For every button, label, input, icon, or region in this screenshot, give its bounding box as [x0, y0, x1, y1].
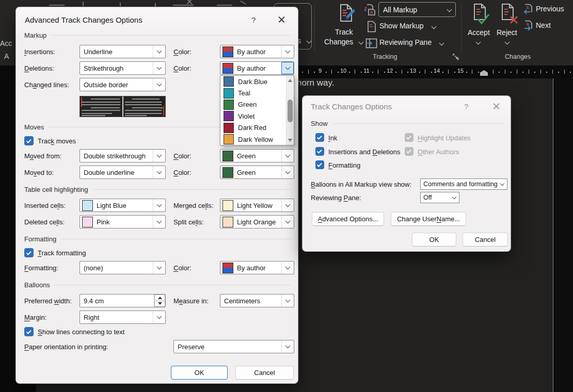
measure-in-select[interactable]: Centimeters — [220, 294, 294, 307]
chevron-down-icon[interactable] — [281, 295, 294, 307]
reviewing-pane-label: Reviewing Pane: — [311, 194, 361, 202]
chevron-down-icon[interactable] — [281, 199, 294, 211]
reviewing-pane-button[interactable]: Reviewing Pane — [363, 37, 449, 50]
preferred-width-stepper[interactable]: 9.4 cm — [79, 294, 166, 307]
margin-select[interactable]: Right — [79, 311, 166, 324]
chevron-down-icon[interactable] — [153, 199, 165, 211]
clipped-ribbon-label: Acc — [0, 39, 12, 47]
margin-label: Margin: — [24, 314, 46, 321]
track-formatting-checkbox[interactable] — [24, 248, 34, 257]
scroll-down-icon[interactable] — [288, 139, 292, 142]
deletions-color-select[interactable]: By author — [220, 61, 294, 75]
close-icon[interactable] — [276, 13, 288, 26]
formatting-select[interactable]: (none) — [79, 261, 166, 274]
chevron-down-icon[interactable] — [153, 150, 165, 162]
changed-lines-select[interactable]: Outside border — [79, 78, 166, 91]
ok-button[interactable]: OK — [171, 366, 228, 380]
tracking-dialog-launcher-icon[interactable] — [452, 53, 459, 60]
dialog-title: Track Changes Options — [311, 102, 392, 111]
chevron-down-icon[interactable] — [153, 262, 165, 274]
moved-to-select[interactable]: Double underline — [79, 166, 166, 179]
help-button[interactable]: ? — [251, 15, 256, 24]
next-button[interactable]: Next — [521, 20, 571, 33]
advanced-options-button[interactable]: Advanced Options... — [312, 212, 384, 226]
merged-cells-label: Merged cells: — [173, 202, 213, 209]
color-option[interactable]: Teal — [220, 87, 286, 99]
chevron-down-icon[interactable] — [281, 62, 294, 74]
reviewing-pane-select[interactable]: Off — [420, 192, 459, 203]
cancel-button[interactable]: Cancel — [463, 233, 508, 247]
deleted-cells-select[interactable]: Pink — [79, 215, 166, 228]
chevron-down-icon[interactable] — [281, 216, 294, 228]
chevron-down-icon[interactable] — [153, 311, 165, 323]
reject-button[interactable]: Reject — [495, 1, 521, 53]
deletions-select[interactable]: Strikethrough — [79, 61, 166, 75]
insertions-deletions-checkbox[interactable] — [315, 147, 324, 156]
track-moves-checkbox[interactable] — [24, 136, 34, 145]
chevron-down-icon[interactable] — [450, 192, 459, 203]
spin-up-icon[interactable] — [154, 295, 165, 301]
display-for-review-select[interactable]: All Markup — [378, 2, 456, 17]
ink-checkbox[interactable] — [315, 133, 324, 142]
insertions-color-select[interactable]: By author — [220, 45, 294, 58]
scrollbar-thumb[interactable] — [288, 100, 293, 122]
show-lines-checkbox[interactable] — [24, 327, 34, 336]
color-option[interactable]: Violet — [220, 110, 286, 122]
clipped-icon-fragment — [240, 1, 246, 5]
preferred-width-label: Preferred width: — [24, 297, 72, 305]
help-button[interactable]: ? — [464, 102, 468, 111]
chevron-down-icon[interactable] — [281, 262, 294, 274]
chevron-down-icon[interactable] — [153, 78, 165, 91]
dialog-title: Advanced Track Changes Options — [25, 15, 142, 24]
display-for-review-icon — [364, 4, 377, 16]
chevron-down-icon[interactable] — [498, 179, 507, 189]
change-user-name-button[interactable]: Change User Name... — [391, 212, 466, 226]
scroll-up-icon[interactable] — [288, 79, 292, 82]
inserted-cells-select[interactable]: Light Blue — [79, 199, 166, 212]
indent-marker[interactable] — [480, 70, 488, 76]
show-markup-button[interactable]: Show Markup — [364, 20, 447, 34]
track-moves-label: Track moves — [38, 137, 76, 145]
chevron-down-icon[interactable] — [281, 150, 294, 162]
insertions-select[interactable]: Underline — [79, 45, 166, 58]
chevron-down-icon[interactable] — [281, 340, 294, 353]
formatting-checkbox[interactable] — [315, 160, 324, 169]
accept-icon — [471, 3, 491, 28]
moved-to-color-select[interactable]: Green — [220, 166, 294, 179]
spin-down-icon[interactable] — [154, 301, 165, 307]
chevron-down-icon — [359, 40, 364, 45]
chevron-down-icon[interactable] — [153, 166, 165, 178]
merged-cells-select[interactable]: Light Yellow — [220, 199, 294, 212]
by-author-swatch — [222, 263, 233, 273]
balloons-show-select[interactable]: Comments and formatting — [420, 178, 507, 190]
color-option[interactable]: Green — [220, 99, 286, 110]
show-lines-label: Show lines connecting to text — [38, 328, 124, 336]
chevron-down-icon[interactable] — [281, 45, 294, 58]
color-swatch — [224, 100, 234, 110]
cancel-button[interactable]: Cancel — [235, 366, 294, 380]
color-option[interactable]: Dark Blue — [220, 76, 286, 87]
color-option[interactable]: Dark Red — [220, 122, 286, 134]
split-cells-select[interactable]: Light Orange — [220, 215, 294, 228]
paper-orientation-select[interactable]: Preserve — [173, 340, 294, 353]
moved-from-select[interactable]: Double strikethrough — [79, 149, 166, 162]
close-icon[interactable] — [490, 100, 503, 112]
color-swatch — [224, 123, 234, 133]
color-option[interactable]: Dark Yellow — [220, 134, 286, 145]
chevron-down-icon — [476, 40, 481, 45]
green-swatch — [222, 167, 233, 178]
formatting-color-select[interactable]: By author — [220, 261, 294, 274]
reviewing-pane-icon — [365, 38, 377, 48]
chevron-down-icon[interactable] — [281, 166, 294, 178]
light-yellow-swatch — [222, 200, 233, 211]
accept-button[interactable]: Accept — [465, 1, 495, 53]
chevron-down-icon[interactable] — [153, 216, 165, 228]
previous-button[interactable]: Previous — [521, 3, 571, 17]
clipped-icon-fragment — [217, 5, 232, 6]
chevron-down-icon[interactable] — [153, 45, 165, 58]
track-changes-button[interactable]: Track Changes — [319, 1, 368, 53]
moved-from-color-select[interactable]: Green — [220, 149, 294, 162]
ok-button[interactable]: OK — [412, 233, 456, 247]
dropdown-scrollbar[interactable] — [286, 76, 294, 145]
chevron-down-icon[interactable] — [153, 62, 165, 74]
